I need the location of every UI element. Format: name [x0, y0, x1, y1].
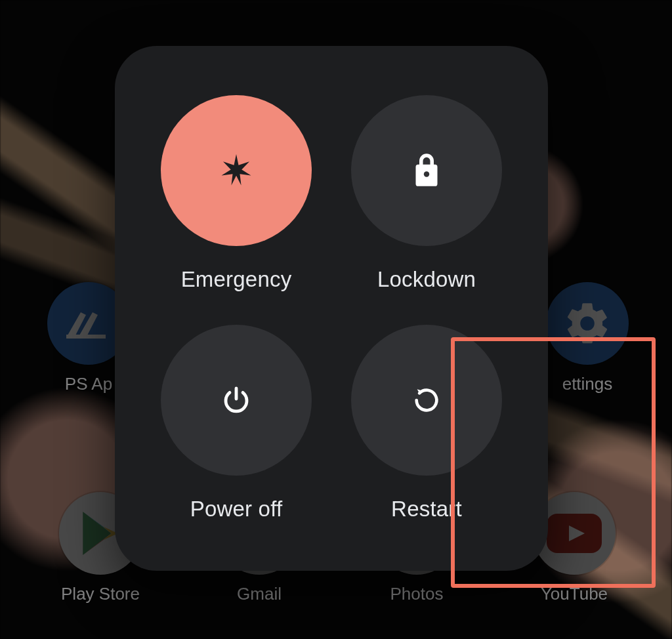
app-label: Gmail — [237, 584, 282, 604]
lock-icon — [351, 95, 502, 246]
emergency-label: Emergency — [181, 267, 292, 292]
svg-point-4 — [424, 171, 429, 176]
restart-label: Restart — [391, 497, 462, 522]
restart-icon — [351, 325, 502, 476]
asterisk-icon — [161, 95, 312, 246]
gear-icon — [546, 282, 629, 365]
lockdown-button[interactable]: Lockdown — [331, 79, 522, 308]
emergency-button[interactable]: Emergency — [141, 79, 331, 308]
app-label: YouTube — [541, 584, 608, 604]
app-label: Photos — [390, 584, 444, 604]
app-label: PS Ap — [65, 374, 112, 394]
power-icon — [161, 325, 312, 476]
app-label: ettings — [562, 374, 613, 394]
power-off-label: Power off — [190, 497, 283, 522]
svg-rect-0 — [66, 335, 106, 339]
app-settings[interactable]: ettings — [538, 282, 637, 394]
restart-button[interactable]: Restart — [331, 308, 522, 538]
lockdown-label: Lockdown — [377, 267, 476, 292]
power-off-button[interactable]: Power off — [141, 308, 331, 538]
power-menu: Emergency Lockdown Power off Restart — [115, 46, 548, 571]
app-label: Play Store — [61, 584, 140, 604]
